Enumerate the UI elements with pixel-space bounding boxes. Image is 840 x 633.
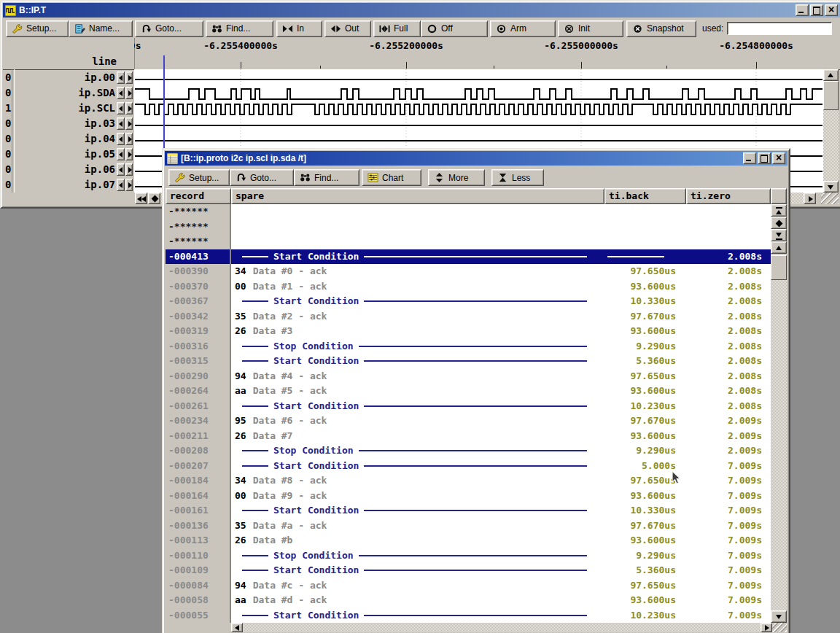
maximize-button[interactable] <box>810 4 823 16</box>
table-row[interactable]: -00029094Data #4 - ack97.650us2.008s <box>166 369 771 384</box>
column-header-record[interactable]: record <box>166 188 231 204</box>
signal-row-ip.06[interactable]: 0ip.06 <box>3 161 134 176</box>
goto-button[interactable]: Goto... <box>230 169 294 186</box>
signal-row-ip.SCL[interactable]: 1ip.SCL <box>3 100 134 115</box>
trace-window-titlebar[interactable]: B::IP.T <box>3 3 840 18</box>
find-button[interactable]: Find... <box>294 169 359 186</box>
scroll-thumb[interactable] <box>771 255 787 280</box>
table-row[interactable]: -000058aaData #d - ack93.600us7.009s <box>166 593 771 608</box>
less-button[interactable]: Less <box>491 169 544 186</box>
resize-grip[interactable] <box>772 623 787 632</box>
hscroll-right-button[interactable] <box>761 623 772 632</box>
table-row[interactable]: -000264aaData #5 - ack93.600us2.008s <box>166 384 771 399</box>
signal-right-spinner[interactable] <box>125 163 133 176</box>
scroll-up-button[interactable] <box>823 69 839 81</box>
table-row[interactable]: -000208Stop Condition9.290us2.009s <box>166 443 771 459</box>
signal-right-spinner[interactable] <box>125 71 133 84</box>
table-row[interactable]: -00013635Data #a - ack97.670us7.009s <box>166 519 771 534</box>
resize-grip[interactable] <box>821 193 839 204</box>
table-row[interactable]: -000413Start Condition2.008s <box>166 249 771 265</box>
signal-left-spinner[interactable] <box>117 102 125 114</box>
signal-right-spinner[interactable] <box>125 102 133 114</box>
find-button[interactable]: Find... <box>206 20 273 37</box>
goto-button[interactable]: Goto... <box>135 20 203 37</box>
scroll-down-button[interactable] <box>823 181 839 193</box>
full-button[interactable]: Full <box>373 20 421 37</box>
goto-ref-button[interactable] <box>771 217 787 229</box>
protocol-window-titlebar[interactable]: [B::ip.proto i2c ip.scl ip.sda /t] <box>165 151 788 166</box>
in-button[interactable]: In <box>276 20 322 37</box>
table-row[interactable]: -00008494Data #c - ack97.650us7.009s <box>166 578 771 594</box>
close-button[interactable] <box>772 152 785 164</box>
signal-right-spinner[interactable] <box>125 133 133 145</box>
goto-begin-button[interactable] <box>135 193 147 204</box>
table-row[interactable]: -00023495Data #6 - ack97.670us2.009s <box>166 413 771 429</box>
signal-right-spinner[interactable] <box>125 179 133 191</box>
column-header-ti-zero[interactable]: ti.zero <box>686 188 771 204</box>
table-row[interactable]: -00031926Data #393.600us2.008s <box>166 324 771 339</box>
table-row[interactable]: -00016400Data #9 - ack93.600us7.009s <box>166 489 771 504</box>
used-field[interactable] <box>727 22 832 35</box>
setup-button[interactable]: Setup... <box>6 20 69 37</box>
signal-left-spinner[interactable] <box>117 163 125 176</box>
table-row[interactable]: -000367Start Condition10.330us2.008s <box>166 294 771 309</box>
hscroll-track[interactable] <box>243 623 761 632</box>
signal-right-spinner[interactable] <box>125 117 133 130</box>
table-row[interactable]: -00011326Data #b93.600us7.009s <box>166 533 771 548</box>
hscroll-right-button[interactable] <box>804 193 816 204</box>
scroll-track[interactable] <box>771 254 787 610</box>
column-header-ti-back[interactable]: ti.back <box>604 188 686 204</box>
table-row[interactable]: -000110Stop Condition9.290us7.009s <box>166 548 771 564</box>
signal-right-spinner[interactable] <box>125 148 133 160</box>
signal-left-spinner[interactable] <box>117 87 125 99</box>
out-button[interactable]: Out <box>324 20 371 37</box>
signal-row-ip.04[interactable]: 0ip.04 <box>3 131 134 146</box>
signal-left-spinner[interactable] <box>117 133 125 145</box>
table-row[interactable]: -000315Start Condition5.360us2.008s <box>166 354 771 369</box>
column-header-spare[interactable]: spare <box>231 188 604 204</box>
scroll-down-button[interactable] <box>771 610 787 623</box>
signal-row-ip.05[interactable]: 0ip.05 <box>3 146 134 161</box>
table-row[interactable]: -000055Start Condition10.230us7.009s <box>166 608 771 624</box>
table-row[interactable]: -00039034Data #0 - ack97.650us2.008s <box>166 264 771 279</box>
more-button[interactable]: More <box>428 169 485 186</box>
signal-left-spinner[interactable] <box>117 117 125 130</box>
close-button[interactable] <box>825 4 838 16</box>
signal-row-ip.00[interactable]: 0ip.00 <box>3 69 134 85</box>
table-row[interactable]: -000316Stop Condition9.290us2.008s <box>166 339 771 354</box>
goto-first-button[interactable] <box>771 204 787 217</box>
snapshot-button[interactable]: Snapshot <box>626 20 696 37</box>
off-button[interactable]: Off <box>421 20 488 37</box>
goto-ref-button[interactable] <box>148 193 160 204</box>
table-row[interactable]: -000161Start Condition10.330us7.009s <box>166 503 771 519</box>
scroll-thumb[interactable] <box>823 81 839 110</box>
scroll-track[interactable] <box>823 81 839 181</box>
signal-left-spinner[interactable] <box>117 71 125 84</box>
table-row[interactable]: -000109Start Condition5.360us7.009s <box>166 563 771 578</box>
signal-right-spinner[interactable] <box>125 87 133 99</box>
setup-button[interactable]: Setup... <box>168 169 230 186</box>
table-row[interactable]: -000261Start Condition10.230us2.008s <box>166 399 771 414</box>
table-row[interactable]: -00037000Data #1 - ack93.600us2.008s <box>166 279 771 295</box>
signal-row-ip.07[interactable]: 0ip.07 <box>3 176 134 192</box>
chart-button[interactable]: Chart <box>362 169 421 186</box>
goto-last-button[interactable] <box>771 229 787 241</box>
ruler-scale[interactable]: 00s-6.255400000s-6.255200000s-6.25500000… <box>134 38 840 69</box>
scroll-up-button[interactable] <box>771 241 787 254</box>
table-row[interactable]: -****** <box>166 234 771 249</box>
minimize-button[interactable] <box>796 4 809 16</box>
hscroll-left-button[interactable] <box>231 623 243 632</box>
table-row[interactable]: -00021126Data #793.600us2.009s <box>166 429 771 444</box>
signal-row-ip.SDA[interactable]: 0ip.SDA <box>3 85 134 100</box>
signal-row-ip.03[interactable]: 0ip.03 <box>3 115 134 131</box>
init-button[interactable]: Init <box>558 20 623 37</box>
table-row[interactable]: -00034235Data #2 - ack97.670us2.008s <box>166 309 771 325</box>
arm-button[interactable]: Arm <box>490 20 556 37</box>
minimize-button[interactable] <box>743 152 756 164</box>
signal-left-spinner[interactable] <box>117 148 125 160</box>
table-row[interactable]: -****** <box>166 204 771 220</box>
name-button[interactable]: Name... <box>69 20 133 37</box>
signal-left-spinner[interactable] <box>117 179 125 191</box>
table-row[interactable]: -****** <box>166 220 771 235</box>
maximize-button[interactable] <box>758 152 771 164</box>
